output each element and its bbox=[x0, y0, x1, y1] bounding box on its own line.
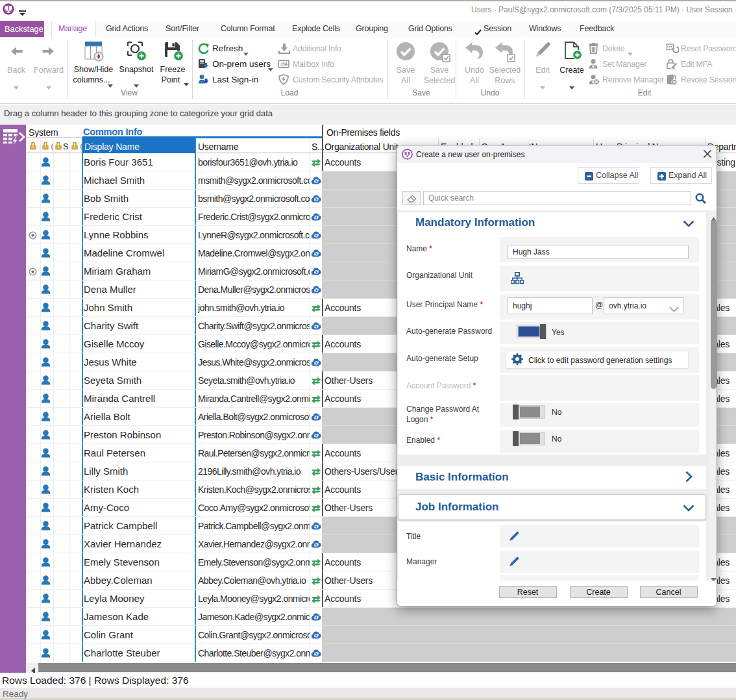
svg-text:@: @ bbox=[280, 61, 286, 67]
